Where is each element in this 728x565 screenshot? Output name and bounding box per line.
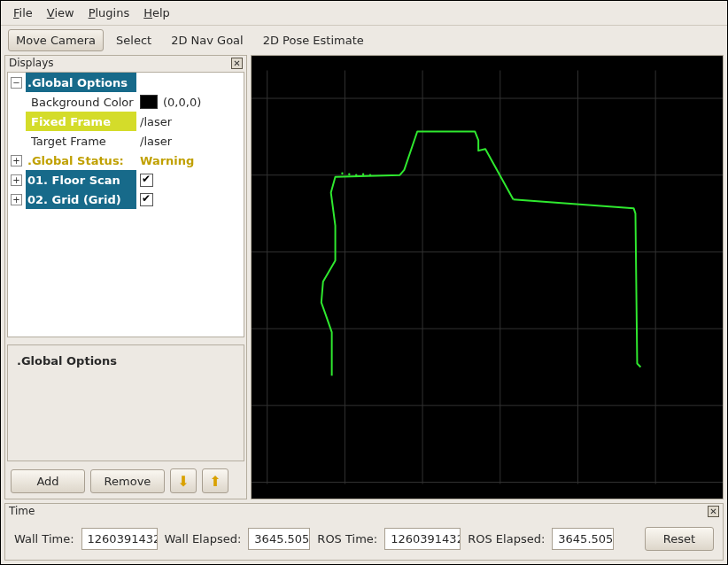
app-window: File View Plugins Help Move Camera Selec…: [0, 0, 728, 565]
menu-view[interactable]: View: [42, 4, 80, 21]
value: [136, 73, 244, 92]
reset-button[interactable]: Reset: [645, 527, 714, 551]
svg-point-14: [355, 174, 357, 176]
tree-item-grid[interactable]: + 02. Grid (Grid): [8, 190, 244, 209]
value[interactable]: /laser: [136, 112, 244, 131]
displays-panel-title: Displays ✕: [5, 56, 246, 70]
value[interactable]: [136, 190, 244, 209]
tree-item-global-status[interactable]: + .Global Status: Warning: [8, 151, 244, 170]
ros-elapsed-label: ROS Elapsed:: [468, 532, 545, 546]
expand-icon[interactable]: +: [11, 155, 22, 166]
menu-help[interactable]: Help: [138, 4, 175, 21]
grid-lines: [252, 71, 723, 484]
color-swatch[interactable]: [140, 95, 158, 109]
checkbox-icon[interactable]: [140, 193, 153, 206]
wall-elapsed-label: Wall Elapsed:: [165, 532, 242, 546]
tool-move-camera[interactable]: Move Camera: [8, 29, 104, 51]
close-icon[interactable]: ✕: [708, 506, 719, 517]
tree-item-target-frame[interactable]: Target Frame /laser: [8, 131, 244, 151]
value[interactable]: [136, 170, 244, 190]
wall-elapsed-value[interactable]: 3645.505: [248, 528, 310, 550]
tree-item-bg-color[interactable]: Background Color (0,0,0): [8, 92, 244, 112]
move-up-button[interactable]: ⬆: [202, 468, 228, 493]
render-viewport[interactable]: [251, 55, 724, 499]
tree-item-global-options[interactable]: − .Global Options: [8, 73, 244, 92]
tree-item-fixed-frame[interactable]: Fixed Frame /laser: [8, 112, 244, 131]
menu-file[interactable]: File: [8, 4, 38, 21]
expand-icon[interactable]: +: [11, 174, 22, 186]
description-heading: .Global Options: [17, 354, 117, 368]
ros-elapsed-value[interactable]: 3645.505: [552, 528, 614, 550]
main-area: Displays ✕ − .Global Options Background …: [1, 55, 727, 499]
ros-time-label: ROS Time:: [317, 532, 377, 546]
arrow-down-icon: ⬇: [177, 473, 189, 490]
time-panel-title: Time ✕: [5, 504, 723, 518]
display-buttons: Add Remove ⬇ ⬆: [5, 463, 246, 499]
checkbox-icon[interactable]: [140, 174, 153, 187]
remove-button[interactable]: Remove: [90, 469, 165, 493]
description-box: .Global Options: [7, 344, 244, 461]
expand-icon[interactable]: +: [11, 194, 22, 205]
time-panel: Time ✕ Wall Time: 1260391432 Wall Elapse…: [4, 503, 724, 561]
displays-panel: Displays ✕ − .Global Options Background …: [4, 55, 247, 499]
value[interactable]: (0,0,0): [136, 92, 244, 112]
close-icon[interactable]: ✕: [231, 58, 243, 69]
value: Warning: [136, 151, 244, 170]
label: .Global Status:: [26, 151, 136, 170]
toolbar: Move Camera Select 2D Nav Goal 2D Pose E…: [1, 26, 727, 55]
collapse-icon[interactable]: −: [11, 77, 22, 89]
color-text: (0,0,0): [163, 96, 201, 109]
tool-2d-pose-estimate[interactable]: 2D Pose Estimate: [256, 30, 371, 50]
displays-title-text: Displays: [9, 57, 53, 69]
value[interactable]: /laser: [136, 131, 244, 151]
wall-time-value[interactable]: 1260391432: [81, 528, 158, 550]
arrow-up-icon: ⬆: [209, 473, 221, 490]
tool-select[interactable]: Select: [109, 30, 159, 50]
label: Target Frame: [26, 131, 136, 151]
label: .Global Options: [26, 73, 136, 92]
wall-time-label: Wall Time:: [14, 532, 74, 546]
label: Background Color: [26, 92, 136, 112]
label: Fixed Frame: [26, 112, 136, 131]
add-button[interactable]: Add: [11, 469, 85, 493]
laser-scan: [321, 131, 641, 375]
label: 02. Grid (Grid): [26, 190, 136, 209]
svg-point-12: [341, 173, 343, 174]
display-tree[interactable]: − .Global Options Background Color (0,0,…: [7, 72, 244, 337]
move-down-button[interactable]: ⬇: [170, 468, 197, 493]
render-svg: [252, 56, 723, 499]
tool-2d-nav-goal[interactable]: 2D Nav Goal: [164, 30, 251, 50]
ros-time-value[interactable]: 1260391432: [384, 528, 461, 550]
svg-point-13: [348, 174, 350, 175]
label: 01. Floor Scan: [26, 170, 136, 190]
time-title-text: Time: [9, 505, 35, 517]
tree-item-floor-scan[interactable]: + 01. Floor Scan: [8, 170, 244, 190]
svg-point-15: [362, 174, 364, 175]
menubar: File View Plugins Help: [1, 1, 727, 26]
time-body: Wall Time: 1260391432 Wall Elapsed: 3645…: [5, 518, 723, 560]
svg-point-16: [369, 174, 371, 176]
menu-plugins[interactable]: Plugins: [83, 4, 136, 21]
